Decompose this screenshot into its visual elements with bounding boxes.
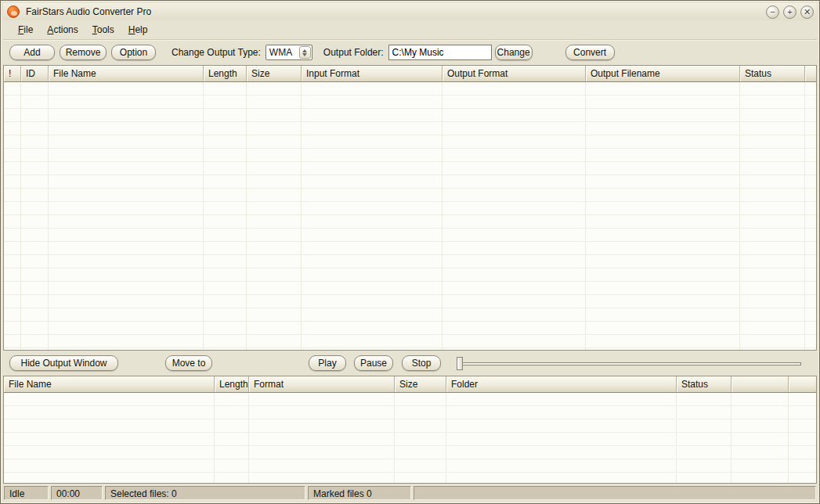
column-header-file-name[interactable]: File Name <box>4 376 215 392</box>
conversion-file-list: !IDFile NameLengthSizeInput FormatOutput… <box>3 65 817 351</box>
menu-item-tools[interactable]: Tools <box>85 22 121 38</box>
option-button[interactable]: Option <box>111 45 156 60</box>
statusbar-section-idle: Idle <box>4 486 49 500</box>
output-file-list: File NameLengthFormatSizeFolderStatus <box>3 376 817 484</box>
output-type-label: Change Output Type: <box>172 47 261 58</box>
table-column-id <box>21 82 49 350</box>
remove-button[interactable]: Remove <box>60 45 107 60</box>
output-list-header: File NameLengthFormatSizeFolderStatus <box>4 376 816 393</box>
output-folder-label: Output Folder: <box>323 47 384 58</box>
stop-button[interactable]: Stop <box>402 355 441 371</box>
add-button[interactable]: Add <box>9 45 55 60</box>
menu-item-help[interactable]: Help <box>121 22 155 38</box>
menu-item-actions[interactable]: Actions <box>40 22 85 38</box>
menu-bar: FileActionsToolsHelp <box>3 20 817 40</box>
arrow-up-icon <box>302 49 307 52</box>
column-header-folder[interactable]: Folder <box>446 376 677 392</box>
table-column-output-format <box>443 82 586 350</box>
output-list-body[interactable] <box>4 393 816 483</box>
menu-item-file[interactable]: File <box>11 22 40 38</box>
pause-button[interactable]: Pause <box>354 355 393 371</box>
conversion-list-header: !IDFile NameLengthSizeInput FormatOutput… <box>4 66 816 82</box>
column-header-blank[interactable]: ! <box>4 66 21 81</box>
column-header-filler <box>805 66 816 81</box>
arrow-down-icon <box>302 53 307 56</box>
table-column-folder <box>446 393 677 483</box>
minimize-button[interactable]: − <box>766 5 779 19</box>
statusbar-section-00-00: 00:00 <box>51 486 103 500</box>
output-type-combobox[interactable]: WMA <box>266 45 312 60</box>
table-column-status <box>677 393 731 483</box>
column-header-size[interactable]: Size <box>247 66 302 81</box>
table-column-file-name <box>49 82 204 350</box>
column-header-format[interactable]: Format <box>249 376 395 392</box>
play-button[interactable]: Play <box>309 355 346 371</box>
column-header-length[interactable]: Length <box>204 66 247 81</box>
output-folder-input[interactable] <box>388 45 492 60</box>
table-column-blank <box>4 82 21 350</box>
column-header-blank[interactable] <box>731 376 789 392</box>
table-column-length <box>204 82 247 350</box>
convert-button[interactable]: Convert <box>565 45 615 60</box>
column-header-id[interactable]: ID <box>21 66 49 81</box>
combo-spinner-icon[interactable] <box>299 46 311 59</box>
move-to-button[interactable]: Move to <box>165 355 212 371</box>
close-button[interactable]: ✕ <box>800 5 814 19</box>
table-column-input-format <box>302 82 443 350</box>
window-controls: − + ✕ <box>766 5 814 19</box>
table-column-size <box>395 393 446 483</box>
output-type-value: WMA <box>266 47 299 58</box>
column-header-output-filename[interactable]: Output Filename <box>586 66 740 81</box>
statusbar-section-marked-files-0: Marked files 0 <box>308 486 411 500</box>
column-header-input-format[interactable]: Input Format <box>302 66 443 81</box>
main-toolbar: Add Remove Option Change Output Type: WM… <box>3 40 817 65</box>
hide-output-window-button[interactable]: Hide Output Window <box>9 355 118 371</box>
app-icon <box>7 5 20 18</box>
column-header-status[interactable]: Status <box>740 66 805 81</box>
conversion-list-body[interactable] <box>4 82 816 350</box>
change-folder-button[interactable]: Change <box>495 45 533 60</box>
playback-slider[interactable] <box>457 357 801 370</box>
column-header-length[interactable]: Length <box>215 376 249 392</box>
column-header-filler <box>789 376 816 392</box>
column-header-status[interactable]: Status <box>677 376 731 392</box>
status-bar: Idle00:00Selected files: 0Marked files 0 <box>3 485 817 501</box>
table-column-file-name <box>4 393 215 483</box>
column-header-file-name[interactable]: File Name <box>49 66 204 81</box>
table-column-status <box>740 82 805 350</box>
statusbar-section-empty <box>414 486 816 500</box>
column-header-output-format[interactable]: Output Format <box>443 66 586 81</box>
slider-thumb[interactable] <box>457 357 463 370</box>
output-panel-toolbar: Hide Output Window Move to Play Pause St… <box>3 351 817 376</box>
table-column-size <box>247 82 302 350</box>
window-title: FairStars Audio Converter Pro <box>26 6 151 17</box>
table-column-length <box>215 393 249 483</box>
table-column-format <box>249 393 395 483</box>
app-window: FairStars Audio Converter Pro − + ✕ File… <box>0 0 820 504</box>
table-column-output-filename <box>586 82 740 350</box>
statusbar-section-selected-files-0: Selected files: 0 <box>105 486 305 500</box>
maximize-button[interactable]: + <box>783 5 797 19</box>
table-column-blank <box>731 393 789 483</box>
column-header-size[interactable]: Size <box>395 376 446 392</box>
slider-track <box>457 362 801 365</box>
title-bar: FairStars Audio Converter Pro − + ✕ <box>3 3 817 20</box>
